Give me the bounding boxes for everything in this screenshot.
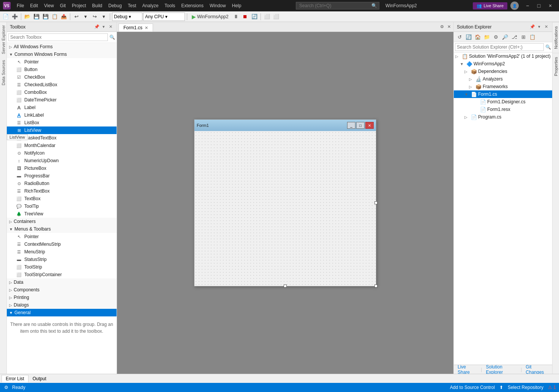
new-project-button[interactable]: 📄 <box>2 13 10 21</box>
add-item-button[interactable]: ➕ <box>11 13 19 21</box>
se-folder-button[interactable]: 📁 <box>483 33 491 41</box>
se-settings-button[interactable]: ⚙ <box>492 33 500 41</box>
se-more-button[interactable]: ⊞ <box>519 33 527 41</box>
user-avatar[interactable]: 👤 <box>510 2 519 10</box>
tree-solution[interactable]: ▷ 📋 Solution 'WinFormsApp2' (1 of 1 proj… <box>454 52 552 60</box>
navigator-button-1[interactable]: ⬜ <box>263 13 271 21</box>
resize-handle-right[interactable] <box>374 201 377 204</box>
section-menus-toolbars[interactable]: ▼ Menus & Toolbars <box>7 225 117 233</box>
se-tab-gitchanges[interactable]: Git Changes <box>522 364 552 374</box>
resize-handle-corner[interactable] <box>374 285 377 288</box>
platform-dropdown[interactable]: Any CPU ▾ <box>143 13 185 21</box>
section-data[interactable]: ▷ Data <box>7 278 117 286</box>
item-tooltip[interactable]: 💬 ToolTip <box>7 202 117 210</box>
item-pointer[interactable]: ↖ Pointer <box>7 58 117 66</box>
redo-button[interactable]: ↪ <box>90 13 99 21</box>
item-listview[interactable]: ⊞ ListView <box>7 126 117 134</box>
form-close-btn[interactable]: ✕ <box>365 122 374 129</box>
item-checkedlistbox[interactable]: ☰ CheckedListBox <box>7 81 117 89</box>
item-radiobutton[interactable]: ⊙ RadioButton <box>7 180 117 187</box>
resize-handle-bottom[interactable] <box>284 285 287 288</box>
item-combobox[interactable]: ⬜ ComboBox <box>7 89 117 96</box>
menu-help[interactable]: Help <box>229 2 245 10</box>
save-all-button[interactable]: 💾 <box>41 13 50 21</box>
se-tab-solution-explorer[interactable]: Solution Explorer <box>482 364 521 374</box>
close-button[interactable]: × <box>545 0 556 11</box>
select-repository-button[interactable]: Select Repository <box>508 385 543 390</box>
tree-programcs[interactable]: ▷ 📄 Program.cs <box>454 113 552 121</box>
item-checkbox[interactable]: ☑ CheckBox <box>7 73 117 81</box>
menu-debug[interactable]: Debug <box>105 2 125 10</box>
server-explorer-tab[interactable]: Server Explorer <box>0 22 6 57</box>
menu-extensions[interactable]: Extensions <box>178 2 207 10</box>
tab-error-list[interactable]: Error List <box>2 375 28 383</box>
tree-dependencies[interactable]: ▷ 📦 Dependencies <box>454 68 552 75</box>
minimize-button[interactable]: − <box>522 0 533 11</box>
section-all-windows-forms[interactable]: ▷ All Windows Forms <box>7 43 117 51</box>
se-search-input[interactable] <box>455 43 544 51</box>
tree-form1designer[interactable]: 📄 Form1.Designer.cs <box>454 98 552 106</box>
debug-config-dropdown[interactable]: Debug ▾ <box>112 13 142 21</box>
form-maximize-btn[interactable]: □ <box>356 122 365 129</box>
doc-properties-button[interactable]: ⚙ <box>439 24 445 30</box>
item-progressbar[interactable]: ▬ ProgressBar <box>7 172 117 180</box>
open-button[interactable]: 📂 <box>23 13 32 21</box>
title-search-input[interactable] <box>296 2 379 9</box>
designer-area[interactable]: Form1 _ □ ✕ <box>117 32 453 374</box>
item-pointer-menus[interactable]: ↖ Pointer <box>7 233 117 240</box>
item-label[interactable]: A Label <box>7 104 117 111</box>
pause-button[interactable]: ⏸ <box>232 13 240 21</box>
menu-test[interactable]: Test <box>125 2 139 10</box>
item-picturebox[interactable]: 🖼 PictureBox <box>7 164 117 172</box>
tree-form1resx[interactable]: 📄 Form1.resx <box>454 106 552 113</box>
toolbox-search-input[interactable] <box>8 33 108 41</box>
undo-dropdown[interactable]: ▾ <box>81 13 90 21</box>
doc-close-button[interactable]: ✕ <box>446 24 452 30</box>
se-dropdown-button[interactable]: ▾ <box>536 24 542 30</box>
redo-dropdown[interactable]: ▾ <box>99 13 108 21</box>
publish-button[interactable]: 📤 <box>60 13 68 21</box>
data-sources-tab[interactable]: Data Sources <box>0 57 6 89</box>
section-components[interactable]: ▷ Components <box>7 286 117 294</box>
menu-view[interactable]: View <box>41 2 57 10</box>
tab-form1cs[interactable]: Form1.cs ✕ <box>118 24 153 32</box>
se-sync-button[interactable]: ↺ <box>455 33 464 41</box>
tab-output[interactable]: Output <box>28 375 51 383</box>
save-button[interactable]: 💾 <box>32 13 41 21</box>
tree-frameworks[interactable]: ▷ 📦 Frameworks <box>454 83 552 90</box>
menu-edit[interactable]: Edit <box>27 2 41 10</box>
item-richtextbox[interactable]: ☰ RichTextBox <box>7 187 117 195</box>
item-textbox[interactable]: ⬜ TextBox <box>7 195 117 202</box>
se-close-button[interactable]: ✕ <box>543 24 549 30</box>
run-button[interactable]: ▶ WinFormsApp2 <box>189 13 231 21</box>
form-designer[interactable]: Form1 _ □ ✕ <box>194 119 376 286</box>
menu-window[interactable]: Window <box>207 2 229 10</box>
tree-analyzers[interactable]: ▷ 🔬 Analyzers <box>454 75 552 83</box>
se-pin-button[interactable]: 📌 <box>529 24 535 30</box>
se-filter-button[interactable]: 🔎 <box>501 33 509 41</box>
tab-form1cs-close[interactable]: ✕ <box>145 25 148 30</box>
source-control-button[interactable]: 📋 <box>51 13 59 21</box>
se-properties-button[interactable]: 📋 <box>528 33 537 41</box>
add-to-source-control-button[interactable]: Add to Source Control <box>450 385 495 390</box>
item-toolstripcontainer[interactable]: ⬜ ToolStripContainer <box>7 271 117 278</box>
tree-form1cs[interactable]: ▼ 📄 Form1.cs <box>454 90 552 98</box>
form-body[interactable] <box>194 131 376 286</box>
item-listbox[interactable]: ☰ ListBox <box>7 119 117 126</box>
section-general[interactable]: ▼ General <box>7 309 117 316</box>
se-home-button[interactable]: 🏠 <box>474 33 482 41</box>
se-git-button[interactable]: ⎇ <box>510 33 518 41</box>
item-button[interactable]: ⬜ Button <box>7 66 117 73</box>
se-tab-liveshare[interactable]: Live Share <box>454 364 481 374</box>
toolbox-pin-button[interactable]: 📌 <box>94 24 100 30</box>
item-linklabel[interactable]: A LinkLabel <box>7 111 117 119</box>
section-containers[interactable]: ▷ Containers <box>7 218 117 225</box>
toolbox-close-button[interactable]: ✕ <box>107 24 114 30</box>
notifications-tab[interactable]: Notifications <box>553 22 559 53</box>
item-monthcalendar[interactable]: ⬜ MonthCalendar <box>7 142 117 149</box>
section-dialogs[interactable]: ▷ Dialogs <box>7 301 117 309</box>
item-datetimepicker[interactable]: ⬜ DateTimePicker <box>7 96 117 104</box>
item-numericupdown[interactable]: ↕ NumericUpDown <box>7 157 117 164</box>
item-contextmenustrip[interactable]: ☰ ContextMenuStrip <box>7 240 117 248</box>
item-notifyicon[interactable]: ⊙ NotifyIcon <box>7 149 117 157</box>
